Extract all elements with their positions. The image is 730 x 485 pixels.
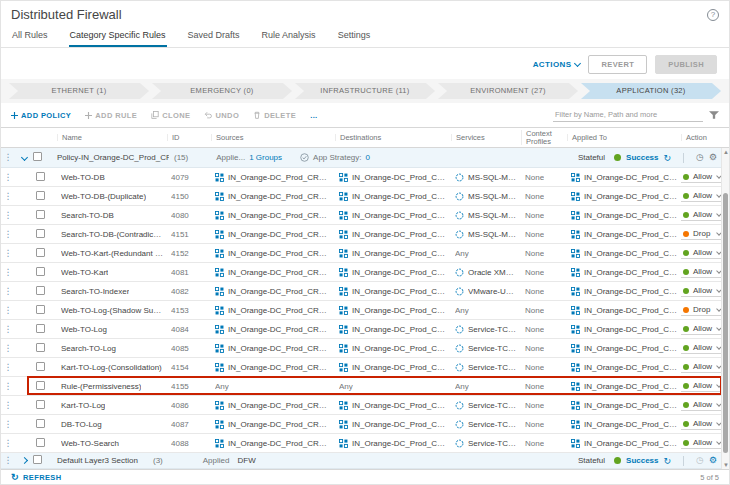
rule-services-cell[interactable]: Service-TCP-8081	[451, 344, 521, 353]
rule-services-cell[interactable]: MS-SQL-M-TCP	[451, 230, 521, 239]
rule-action-dropdown[interactable]: Allow	[681, 418, 723, 430]
rule-sources-cell[interactable]: IN_Orange-DC_Prod_CRM-P_Web	[211, 325, 335, 334]
row-checkbox[interactable]	[36, 229, 45, 238]
drag-handle-icon[interactable]: ⋮	[1, 230, 15, 239]
rule-destinations-cell[interactable]: IN_Orange-DC_Prod_CRM-P_DB	[335, 211, 451, 220]
tab-saved-drafts[interactable]: Saved Drafts	[187, 27, 241, 47]
rule-destinations-cell[interactable]: IN_Orange-DC_Prod_CRM-P_Kart	[335, 249, 451, 258]
rule-services-cell[interactable]: Service-TCP-8081	[451, 401, 521, 410]
rule-sources-cell[interactable]: IN_Orange-DC_Prod_CRM-P_Web	[211, 306, 335, 315]
rule-action-dropdown[interactable]: Allow	[681, 437, 723, 449]
policy-name[interactable]: Policy-IN_Orange-DC_Prod_CR...	[57, 153, 169, 162]
rule-name-cell[interactable]: Kart-TO-Log	[57, 401, 167, 410]
row-checkbox[interactable]	[36, 438, 45, 447]
tab-all-rules[interactable]: All Rules	[11, 27, 49, 47]
row-checkbox[interactable]	[36, 419, 45, 428]
clone-button[interactable]: CLONE	[151, 111, 190, 120]
gear-icon[interactable]: ⚙	[709, 153, 717, 162]
drag-handle-icon[interactable]: ⋮	[1, 211, 15, 220]
row-checkbox[interactable]	[36, 400, 45, 409]
rule-applied-to-cell[interactable]: IN_Orange-DC_Prod_CRM-P	[567, 401, 681, 410]
scroll-up-icon[interactable]: ▲	[722, 148, 730, 156]
scrollbar-thumb[interactable]	[723, 193, 728, 453]
row-checkbox[interactable]	[36, 343, 45, 352]
collapse-policy-button[interactable]	[15, 153, 33, 162]
rule-name-cell[interactable]: Web-TO-DB-(Duplicate)	[57, 192, 167, 201]
rule-services-cell[interactable]: VMware-UpdateM...	[451, 287, 521, 296]
drag-handle-icon[interactable]: ⋮	[1, 268, 15, 277]
rule-destinations-cell[interactable]: IN_Orange-DC_Prod_CRM-P_Log	[335, 363, 451, 372]
row-checkbox[interactable]	[36, 191, 45, 200]
rule-name-cell[interactable]: DB-TO-Log	[57, 420, 167, 429]
rule-sources-cell[interactable]: IN_Orange-DC_Prod_CRM-P_Web	[211, 268, 335, 277]
drag-handle-icon[interactable]: ⋮	[1, 439, 15, 448]
rule-action-dropdown[interactable]: Allow	[681, 209, 723, 221]
rule-name-cell[interactable]: Rule-(Permissiveness)	[57, 382, 167, 391]
row-checkbox[interactable]	[36, 286, 45, 295]
rule-action-dropdown[interactable]: Allow	[681, 247, 723, 259]
rule-sources-cell[interactable]: IN_Orange-DC_Prod_CRM-P_DB	[211, 420, 335, 429]
drag-handle-icon[interactable]: ⋮	[1, 325, 15, 334]
tab-category-specific-rules[interactable]: Category Specific Rules	[69, 27, 167, 47]
clock-icon[interactable]: ◷	[696, 153, 704, 162]
rule-action-dropdown[interactable]: Allow	[681, 323, 723, 335]
policy-checkbox[interactable]	[33, 152, 42, 161]
expand-section-button[interactable]	[15, 456, 33, 465]
rule-sources-cell[interactable]: IN_Orange-DC_Prod_CRM-P_Search	[211, 287, 335, 296]
rule-sources-cell[interactable]: IN_Orange-DC_Prod_CRM-P_Kart	[211, 363, 335, 372]
rule-applied-to-cell[interactable]: IN_Orange-DC_Prod_CRM-P	[567, 382, 681, 391]
actions-menu-button[interactable]: ACTIONS	[533, 60, 581, 69]
rule-applied-to-cell[interactable]: IN_Orange-DC_Prod_CRM-P	[567, 173, 681, 182]
rule-action-dropdown[interactable]: Allow	[681, 361, 723, 373]
rule-name-cell[interactable]: Search-TO-DB-(Contradiction)	[57, 230, 167, 239]
drag-handle-icon[interactable]: ⋮	[1, 306, 15, 315]
rule-action-dropdown[interactable]: Drop	[681, 304, 723, 316]
drag-handle-icon[interactable]: ⋮	[1, 192, 15, 201]
rule-sources-cell[interactable]: IN_Orange-DC_Prod_CRM-P_Web	[211, 439, 335, 448]
rule-destinations-cell[interactable]: IN_Orange-DC_Prod_CRM-P_Kart	[335, 268, 451, 277]
vertical-scrollbar[interactable]: ▲ ▼	[721, 148, 729, 469]
more-actions-button[interactable]: ...	[310, 111, 317, 120]
rule-name-cell[interactable]: Web-TO-Kart-(Redundant SuperSet)	[57, 249, 167, 258]
rule-applied-to-cell[interactable]: IN_Orange-DC_Prod_CRM-P	[567, 287, 681, 296]
rule-action-dropdown[interactable]: Allow	[681, 171, 723, 183]
rule-action-dropdown[interactable]: Allow	[681, 266, 723, 278]
rule-name-cell[interactable]: Kart-TO-Log-(Consolidation)	[57, 363, 167, 372]
rule-applied-to-cell[interactable]: IN_Orange-DC_Prod_CRM-P	[567, 306, 681, 315]
rule-destinations-cell[interactable]: Any	[335, 382, 451, 391]
row-checkbox[interactable]	[36, 362, 45, 371]
rule-name-cell[interactable]: Web-TO-Kart	[57, 268, 167, 277]
drag-handle-icon[interactable]: ⋮	[1, 344, 15, 353]
gear-icon[interactable]: ⚙	[709, 456, 717, 465]
rule-destinations-cell[interactable]: IN_Orange-DC_Prod_CRM-P_Sea...	[335, 439, 451, 448]
category-environment[interactable]: ENVIRONMENT (27)	[438, 83, 578, 99]
rule-destinations-cell[interactable]: IN_Orange-DC_Prod_CRM-P_DB	[335, 230, 451, 239]
rule-services-cell[interactable]: Any	[451, 382, 521, 391]
filter-funnel-icon[interactable]	[709, 111, 719, 119]
add-policy-button[interactable]: ADD POLICY	[11, 111, 71, 120]
rule-destinations-cell[interactable]: IN_Orange-DC_Prod_CRM-P_Ind...	[335, 287, 451, 296]
drag-handle-icon[interactable]: ⋮	[1, 382, 15, 391]
rule-applied-to-cell[interactable]: IN_Orange-DC_Prod_CRM-P	[567, 363, 681, 372]
add-rule-button[interactable]: ADD RULE	[85, 111, 137, 120]
clock-icon[interactable]: ◷	[696, 456, 704, 465]
rule-name-cell[interactable]: Search-TO-Indexer	[57, 287, 167, 296]
tab-rule-analysis[interactable]: Rule Analysis	[261, 27, 317, 47]
rule-sources-cell[interactable]: IN_Orange-DC_Prod_CRM-P_Web	[211, 173, 335, 182]
rule-destinations-cell[interactable]: IN_Orange-DC_Prod_CRM-P_DB	[335, 173, 451, 182]
default-section-name[interactable]: Default Layer3 Section	[57, 456, 153, 465]
rule-destinations-cell[interactable]: IN_Orange-DC_Prod_CRM-P_DB	[335, 192, 451, 201]
rule-services-cell[interactable]: Any	[451, 249, 521, 258]
rule-sources-cell[interactable]: Any	[211, 382, 335, 391]
filter-input[interactable]	[553, 108, 703, 122]
rule-applied-to-cell[interactable]: IN_Orange-DC_Prod_CRM-P	[567, 344, 681, 353]
row-checkbox[interactable]	[36, 210, 45, 219]
refresh-status-icon[interactable]: ↻	[664, 153, 672, 163]
drag-handle-icon[interactable]: ⋮	[1, 363, 15, 372]
rule-destinations-cell[interactable]: IN_Orange-DC_Prod_CRM-P_Log	[335, 344, 451, 353]
rule-sources-cell[interactable]: IN_Orange-DC_Prod_CRM-P_Search	[211, 230, 335, 239]
rule-name-cell[interactable]: Search-TO-DB	[57, 211, 167, 220]
drag-handle-icon[interactable]: ⋮	[1, 249, 15, 258]
policy-applied-groups-link[interactable]: 1 Groups	[249, 153, 282, 162]
rule-destinations-cell[interactable]: IN_Orange-DC_Prod_CRM-P_Log	[335, 401, 451, 410]
